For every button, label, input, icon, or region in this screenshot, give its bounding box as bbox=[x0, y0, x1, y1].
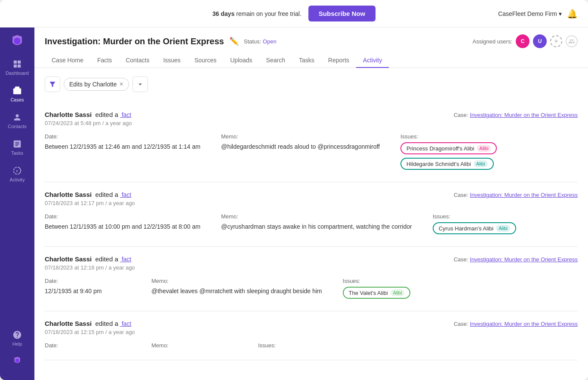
filter-icon-button[interactable] bbox=[45, 77, 60, 92]
detail-issues: Issues: Princess Dragomiroff's Alibi Ali… bbox=[400, 133, 578, 173]
chevron-down-icon: ▾ bbox=[559, 10, 562, 17]
trial-days: 36 days bbox=[212, 10, 234, 17]
detail-memo: Memo: @thevalet leaves @mrratchett with … bbox=[151, 278, 322, 302]
filter-dropdown-button[interactable] bbox=[132, 77, 148, 92]
sidebar-help-label: Help bbox=[12, 341, 22, 346]
sidebar-item-label: Tasks bbox=[11, 150, 23, 156]
tab-uploads[interactable]: Uploads bbox=[223, 53, 259, 68]
manage-users-icon[interactable] bbox=[566, 35, 578, 47]
sidebar-item-dashboard[interactable]: Dashboard bbox=[0, 55, 34, 80]
notification-bell-icon[interactable]: 🔔 bbox=[567, 9, 578, 19]
trial-suffix: remain on your free trial. bbox=[234, 10, 302, 17]
avatar-user1[interactable]: C bbox=[516, 34, 530, 48]
entry-action: edited a bbox=[93, 111, 118, 118]
sidebar-bottom: Help bbox=[12, 330, 22, 375]
issue-tag: Alibi bbox=[477, 145, 491, 152]
activity-entry: Charlotte Sassi edited a fact Case: Inve… bbox=[45, 182, 578, 247]
svg-rect-2 bbox=[14, 64, 17, 67]
filter-chip-charlotte: Edits by Charlotte × bbox=[64, 78, 129, 91]
entry-action: edited a bbox=[93, 320, 118, 327]
activity-entry: Charlotte Sassi edited a fact Case: Inve… bbox=[45, 102, 578, 182]
issue-tag: Alibi bbox=[391, 289, 405, 296]
detail-issues: Issues: Cyrus Hardman's Alibi Alibi bbox=[433, 213, 578, 238]
sidebar-item-help[interactable]: Help bbox=[12, 330, 22, 346]
assigned-users: Assigned users: C U + bbox=[473, 34, 578, 48]
filter-chip-remove[interactable]: × bbox=[120, 81, 123, 88]
tab-search[interactable]: Search bbox=[259, 53, 292, 68]
tab-sources[interactable]: Sources bbox=[188, 53, 223, 68]
nav-tabs: Case Home Facts Contacts Issues Sources … bbox=[45, 53, 578, 67]
tab-tasks[interactable]: Tasks bbox=[292, 53, 321, 68]
issue-tag: Alibi bbox=[496, 225, 510, 232]
entry-header: Charlotte Sassi edited a fact Case: Inve… bbox=[45, 320, 578, 327]
case-link[interactable]: Investigation: Murder on the Orient Expr… bbox=[470, 192, 578, 198]
sidebar-item-contacts[interactable]: Contacts bbox=[0, 108, 34, 133]
entry-fact-link[interactable]: fact bbox=[120, 111, 131, 118]
entry-timestamp: 07/18/2023 at 12:16 pm / a year ago bbox=[45, 264, 578, 271]
entry-details: Date: Between 12/1/1935 at 10:00 pm and … bbox=[45, 213, 578, 238]
detail-date: Date: 12/1/1935 at 9:40 pm bbox=[45, 278, 131, 302]
tab-facts[interactable]: Facts bbox=[90, 53, 119, 68]
issue-name: Cyrus Hardman's Alibi bbox=[439, 225, 493, 232]
entry-details: Date: Between 12/2/1935 at 12:46 am and … bbox=[45, 133, 578, 173]
tab-contacts[interactable]: Contacts bbox=[119, 53, 156, 68]
issue-badge: Cyrus Hardman's Alibi Alibi bbox=[433, 222, 516, 234]
issue-badge: The Valet's Alibi Alibi bbox=[343, 287, 411, 299]
app-logo[interactable] bbox=[9, 33, 26, 50]
entry-action: edited a bbox=[93, 255, 118, 263]
entry-header: Charlotte Sassi edited a fact Case: Inve… bbox=[45, 255, 578, 263]
detail-date: Date: Between 12/2/1935 at 12:46 am and … bbox=[45, 133, 200, 173]
case-link[interactable]: Investigation: Murder on the Orient Expr… bbox=[470, 321, 578, 327]
add-user-button[interactable]: + bbox=[550, 35, 562, 47]
entry-case-link: Case: Investigation: Murder on the Orien… bbox=[454, 321, 578, 327]
tab-reports[interactable]: Reports bbox=[321, 53, 356, 68]
sidebar-item-label: Cases bbox=[10, 97, 24, 102]
entry-user: Charlotte Sassi bbox=[45, 320, 92, 327]
sidebar-item-label: Dashboard bbox=[6, 70, 29, 76]
sidebar-item-label: Activity bbox=[10, 177, 25, 182]
svg-rect-3 bbox=[18, 64, 21, 67]
avatar-user2[interactable]: U bbox=[533, 34, 547, 48]
sidebar-item-label: Contacts bbox=[8, 124, 26, 129]
trial-info: 36 days remain on your free trial. Subsc… bbox=[212, 6, 376, 21]
top-bar-right: CaseFleet Demo Firm ▾ 🔔 bbox=[498, 9, 578, 19]
issue-tag: Alibi bbox=[474, 160, 488, 167]
sidebar-item-cases[interactable]: Cases bbox=[0, 82, 34, 107]
entry-user: Charlotte Sassi bbox=[45, 255, 92, 263]
entry-user: Charlotte Sassi bbox=[45, 111, 92, 118]
entry-header: Charlotte Sassi edited a fact Case: Inve… bbox=[45, 111, 578, 118]
content-area: Investigation: Murder on the Orient Expr… bbox=[34, 28, 588, 380]
svg-rect-0 bbox=[14, 61, 17, 64]
tab-activity[interactable]: Activity bbox=[356, 53, 389, 68]
activity-content: Edits by Charlotte × Charlotte Sassi edi… bbox=[34, 68, 588, 380]
entry-timestamp: 07/18/2023 at 12:17 pm / a year ago bbox=[45, 200, 578, 206]
issue-badge: Princess Dragomiroff's Alibi Alibi bbox=[400, 142, 497, 154]
issue-name: Princess Dragomiroff's Alibi bbox=[406, 145, 474, 152]
activity-entry: Charlotte Sassi edited a fact Case: Inve… bbox=[45, 247, 578, 311]
entry-action: edited a bbox=[93, 191, 118, 198]
detail-issues: Issues: The Valet's Alibi Alibi bbox=[343, 278, 578, 302]
entry-details: Date: Memo: Issues: bbox=[45, 342, 578, 351]
filter-bar: Edits by Charlotte × bbox=[45, 77, 578, 92]
status-badge: Status: Open bbox=[244, 38, 277, 45]
tab-issues[interactable]: Issues bbox=[156, 53, 187, 68]
tab-case-home[interactable]: Case Home bbox=[45, 53, 90, 68]
detail-memo: Memo: @cyrushardman stays awake in his c… bbox=[221, 213, 412, 238]
case-link[interactable]: Investigation: Murder on the Orient Expr… bbox=[470, 256, 578, 263]
sidebar-item-tasks[interactable]: Tasks bbox=[0, 135, 34, 160]
subscribe-button[interactable]: Subscribe Now bbox=[308, 6, 376, 21]
case-link[interactable]: Investigation: Murder on the Orient Expr… bbox=[470, 112, 578, 118]
edit-title-icon[interactable]: ✏️ bbox=[229, 37, 239, 46]
entry-fact-link[interactable]: fact bbox=[120, 320, 131, 327]
entry-fact-link[interactable]: fact bbox=[120, 191, 131, 198]
entry-timestamp: 07/24/2023 at 5:48 pm / a year ago bbox=[45, 120, 578, 126]
page-header: Investigation: Murder on the Orient Expr… bbox=[34, 28, 588, 68]
entry-user: Charlotte Sassi bbox=[45, 191, 92, 198]
assigned-label: Assigned users: bbox=[473, 38, 513, 45]
sidebar-item-activity[interactable]: Activity bbox=[0, 162, 34, 187]
detail-memo: Memo: bbox=[151, 342, 237, 351]
firm-name[interactable]: CaseFleet Demo Firm ▾ bbox=[498, 10, 562, 17]
entry-fact-link[interactable]: fact bbox=[120, 256, 131, 263]
detail-date: Date: Between 12/1/1935 at 10:00 pm and … bbox=[45, 213, 200, 238]
entry-case-link: Case: Investigation: Murder on the Orien… bbox=[454, 192, 578, 198]
